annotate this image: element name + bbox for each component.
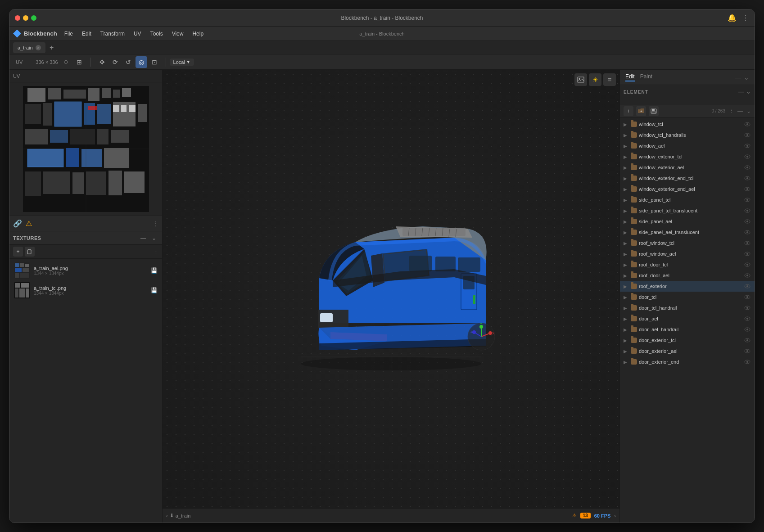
outliner-item[interactable]: ▶door_exterior_ael	[620, 346, 755, 356]
notification-icon[interactable]: 🔔	[728, 14, 737, 22]
visibility-toggle[interactable]	[744, 272, 751, 279]
visibility-toggle[interactable]	[744, 196, 751, 203]
rotate-tool-btn[interactable]: ⟳	[109, 56, 121, 68]
outliner-chevron-icon[interactable]: ▶	[624, 230, 629, 235]
right-panel-minimize[interactable]: —	[735, 74, 741, 81]
tab-edit[interactable]: Edit	[625, 73, 635, 81]
outliner-item[interactable]: ▶roof_window_ael	[620, 248, 755, 259]
viewport[interactable]: X Y Z ☀	[163, 70, 619, 523]
visibility-toggle[interactable]	[744, 358, 751, 365]
outliner-chevron-icon[interactable]: ▶	[624, 316, 629, 321]
outliner-item[interactable]: ▶door_ael	[620, 313, 755, 324]
visibility-toggle[interactable]	[744, 283, 751, 290]
visibility-toggle[interactable]	[744, 315, 751, 322]
texture-save-tcl[interactable]: 💾	[151, 287, 158, 293]
visibility-toggle[interactable]	[744, 304, 751, 311]
link-icon[interactable]: 🔗	[13, 219, 22, 228]
visibility-toggle[interactable]	[744, 153, 751, 160]
outliner-chevron-icon[interactable]: ▶	[624, 241, 629, 246]
outliner-item[interactable]: ▶door_exterior_end	[620, 356, 755, 367]
textures-minimize-btn[interactable]: —	[139, 234, 148, 243]
outliner-chevron-icon[interactable]: ▶	[624, 327, 629, 332]
outliner-add-btn[interactable]: +	[624, 106, 633, 116]
minimize-button[interactable]	[23, 15, 28, 21]
menu-file[interactable]: File	[61, 30, 77, 38]
outliner-chevron-icon[interactable]: ▶	[624, 133, 629, 138]
local-dropdown[interactable]: Local ▼	[170, 59, 194, 66]
menu-edit[interactable]: Edit	[78, 30, 95, 38]
outliner-item[interactable]: ▶roof_exterior	[620, 281, 755, 292]
panel-more-icon[interactable]: ⋮	[152, 220, 158, 227]
menu-tools[interactable]: Tools	[147, 30, 167, 38]
outliner-chevron-icon[interactable]: ▶	[624, 144, 629, 149]
outliner-item[interactable]: ▶door_tcl_handrail	[620, 302, 755, 313]
resolution-expand-icon[interactable]: ⬡	[60, 56, 72, 68]
outliner-item[interactable]: ▶window_ael	[620, 140, 755, 151]
tab-close-button[interactable]: ×	[36, 45, 41, 50]
menu-help[interactable]: Help	[189, 30, 207, 38]
move-tool-btn[interactable]: ✥	[96, 56, 108, 68]
uv-canvas[interactable]	[23, 86, 149, 212]
outliner-item[interactable]: ▶side_panel_ael	[620, 216, 755, 227]
viewport-sun-btn[interactable]: ☀	[589, 73, 601, 86]
visibility-toggle[interactable]	[744, 207, 751, 214]
outliner-chevron-icon[interactable]: ▶	[624, 349, 629, 354]
visibility-toggle[interactable]	[744, 261, 751, 268]
outliner-item[interactable]: ▶window_exterior_end_tcl	[620, 173, 755, 184]
menu-uv[interactable]: UV	[130, 30, 145, 38]
outliner-item[interactable]: ▶roof_door_tcl	[620, 259, 755, 270]
visibility-toggle[interactable]	[744, 164, 751, 171]
visibility-toggle[interactable]	[744, 121, 751, 128]
outliner-item[interactable]: ▶window_tcl	[620, 119, 755, 130]
prev-tab-btn[interactable]: ‹	[166, 513, 168, 518]
visibility-toggle[interactable]	[744, 229, 751, 236]
visibility-toggle[interactable]	[744, 293, 751, 301]
outliner-more[interactable]: ⋮	[729, 108, 734, 114]
outliner-chevron-icon[interactable]: ▶	[624, 187, 629, 192]
outliner-item[interactable]: ▶door_exterior_tcl	[620, 335, 755, 346]
visibility-toggle[interactable]	[744, 347, 751, 355]
outliner-item[interactable]: ▶window_exterior_end_ael	[620, 184, 755, 194]
outliner-chevron-icon[interactable]: ▶	[624, 208, 629, 213]
outliner-chevron-icon[interactable]: ▶	[624, 262, 629, 267]
outliner-save-btn[interactable]	[649, 106, 659, 116]
add-texture-btn[interactable]: +	[13, 247, 23, 257]
outliner-item[interactable]: ▶roof_door_ael	[620, 270, 755, 281]
visibility-toggle[interactable]	[744, 326, 751, 333]
outliner-chevron-icon[interactable]: ▶	[624, 338, 629, 343]
textures-expand-btn[interactable]: ⌄	[149, 234, 158, 243]
visibility-toggle[interactable]	[744, 131, 751, 139]
outliner-chevron-icon[interactable]: ▶	[624, 154, 629, 159]
warning-icon[interactable]: ⚠	[26, 219, 32, 228]
menu-transform[interactable]: Transform	[97, 30, 128, 38]
visibility-toggle[interactable]	[744, 250, 751, 257]
outliner-add-group-btn[interactable]: +	[636, 106, 646, 116]
element-expand[interactable]: ⌄	[746, 89, 751, 95]
viewport-image-btn[interactable]	[574, 73, 587, 86]
visibility-toggle[interactable]	[744, 337, 751, 344]
outliner-chevron-icon[interactable]: ▶	[624, 306, 629, 311]
outliner-expand[interactable]: ⌄	[746, 108, 751, 114]
visibility-toggle[interactable]	[744, 142, 751, 149]
add-tab-button[interactable]: +	[47, 43, 56, 52]
outliner-item[interactable]: ▶window_exterior_ael	[620, 162, 755, 173]
add-texture-file-btn[interactable]	[25, 247, 35, 257]
fit-icon[interactable]: ⊞	[73, 56, 85, 68]
tab-a-train[interactable]: a_train ×	[13, 42, 45, 53]
outliner-chevron-icon[interactable]: ▶	[624, 219, 629, 224]
uv-edit-btn[interactable]: ⊡	[149, 56, 160, 68]
outliner-chevron-icon[interactable]: ▶	[624, 122, 629, 127]
outliner-chevron-icon[interactable]: ▶	[624, 165, 629, 170]
texture-item-tcl[interactable]: a_train_tcl.png 1344 × 1344px 💾	[11, 280, 160, 300]
outliner-chevron-icon[interactable]: ▶	[624, 176, 629, 181]
outliner-chevron-icon[interactable]: ▶	[624, 273, 629, 278]
viewport-menu-btn[interactable]: ≡	[603, 73, 616, 86]
refresh-btn[interactable]: ↺	[122, 56, 134, 68]
outliner-item[interactable]: ▶window_exterior_tcl	[620, 151, 755, 162]
element-minimize[interactable]: —	[738, 89, 744, 95]
texture-save-ael[interactable]: 💾	[151, 267, 158, 274]
outliner-item[interactable]: ▶door_ael_handrail	[620, 324, 755, 335]
tab-paint[interactable]: Paint	[640, 73, 652, 81]
visibility-toggle[interactable]	[744, 175, 751, 182]
outliner-chevron-icon[interactable]: ▶	[624, 295, 629, 300]
